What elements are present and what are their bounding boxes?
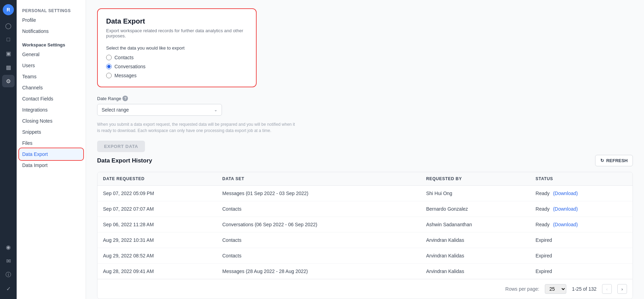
col-date-requested: DATE REQUESTED <box>97 172 217 186</box>
download-link[interactable]: (Download) <box>553 191 578 196</box>
cell-date: Aug 29, 2022 08:52 AM <box>97 248 217 264</box>
user-avatar[interactable]: R <box>3 4 14 15</box>
profile-icon[interactable]: ◉ <box>2 241 15 253</box>
cell-requested-by: Shi Hui Ong <box>421 186 530 201</box>
cell-dataset: Contacts <box>217 248 421 264</box>
history-section: Data Export History ↻ REFRESH DATE REQUE… <box>97 155 633 299</box>
download-link[interactable]: (Download) <box>553 206 578 212</box>
date-range-dropdown[interactable]: Select range ⌄ <box>97 104 222 116</box>
refresh-label: REFRESH <box>606 158 628 163</box>
cell-status: Expired <box>530 248 633 264</box>
text-sidebar: Personal Settings Profile Notifications … <box>17 0 86 299</box>
main-content: Data Export Export workspace related rec… <box>86 0 644 299</box>
sidebar-item-teams[interactable]: Teams <box>17 71 86 82</box>
cell-dataset: Conversations (06 Sep 2022 - 06 Sep 2022… <box>217 217 421 232</box>
history-header: Data Export History ↻ REFRESH <box>97 155 633 166</box>
radio-conversations-input[interactable] <box>106 64 112 69</box>
personal-settings-title: Personal Settings <box>17 6 86 15</box>
cell-date: Sep 07, 2022 07:07 AM <box>97 201 217 217</box>
status-ready: Ready <box>535 206 551 212</box>
sidebar-item-general[interactable]: General <box>17 49 86 60</box>
cell-requested-by: Arvindran Kalidas <box>421 264 530 279</box>
history-table-wrapper: DATE REQUESTED DATA SET REQUESTED BY STA… <box>97 172 633 299</box>
date-range-placeholder: Select range <box>102 107 129 113</box>
workspace-settings-title: Workspace Settings <box>17 37 86 49</box>
sidebar-item-closing-notes[interactable]: Closing Notes <box>17 115 86 126</box>
sidebar-item-contact-fields[interactable]: Contact Fields <box>17 93 86 104</box>
sidebar-item-users[interactable]: Users <box>17 60 86 71</box>
table-row: Aug 28, 2022 09:41 AMMessages (28 Aug 20… <box>97 264 633 279</box>
radio-conversations-label: Conversations <box>114 64 146 69</box>
radio-messages[interactable]: Messages <box>106 73 248 78</box>
rows-per-page-select[interactable]: 102550100 <box>545 284 566 294</box>
notifications-bell-icon[interactable]: ✉ <box>2 255 15 267</box>
radio-contacts[interactable]: Contacts <box>106 55 248 60</box>
sidebar-item-profile[interactable]: Profile <box>17 15 86 26</box>
sidebar-item-notifications[interactable]: Notifications <box>17 26 86 37</box>
sidebar-item-data-export[interactable]: Data Export <box>19 149 83 160</box>
export-card: Data Export Export workspace related rec… <box>97 8 257 87</box>
sidebar-item-data-import[interactable]: Data Import <box>17 160 86 171</box>
date-range-label: Date Range ? <box>97 96 633 101</box>
sidebar-item-files[interactable]: Files <box>17 138 86 149</box>
col-status: STATUS <box>530 172 633 186</box>
contacts-icon[interactable]: ▣ <box>2 47 15 60</box>
date-range-help-icon[interactable]: ? <box>122 96 128 101</box>
cell-date: Sep 07, 2022 05:09 PM <box>97 186 217 201</box>
cell-status: Expired <box>530 264 633 279</box>
table-header: DATE REQUESTED DATA SET REQUESTED BY STA… <box>97 172 633 186</box>
help-icon[interactable]: ⓘ <box>2 269 15 281</box>
sidebar-item-integrations[interactable]: Integrations <box>17 104 86 115</box>
status-ready: Ready <box>535 222 551 227</box>
table-body: Sep 07, 2022 05:09 PMMessages (01 Sep 20… <box>97 186 633 279</box>
table-row: Sep 07, 2022 07:07 AMContactsBernardo Go… <box>97 201 633 217</box>
conversations-icon[interactable]: ◯ <box>2 19 15 32</box>
cell-date: Aug 28, 2022 09:41 AM <box>97 264 217 279</box>
export-title: Data Export <box>106 17 248 25</box>
refresh-icon: ↻ <box>600 158 604 163</box>
cell-dataset: Contacts <box>217 232 421 248</box>
date-range-section: Date Range ? Select range ⌄ <box>97 96 633 116</box>
radio-conversations[interactable]: Conversations <box>106 64 248 69</box>
history-table: DATE REQUESTED DATA SET REQUESTED BY STA… <box>97 172 633 279</box>
info-text: When you submit a data export request, t… <box>97 121 298 134</box>
pagination: Rows per page: 102550100 1-25 of 132 ‹ › <box>97 279 633 299</box>
radio-group: Contacts Conversations Messages <box>106 55 248 78</box>
col-requested-by: REQUESTED BY <box>421 172 530 186</box>
radio-contacts-input[interactable] <box>106 55 112 60</box>
icon-sidebar: R ◯ □ ▣ ▩ ⚙ ◉ ✉ ⓘ ✓ <box>0 0 17 299</box>
table-row: Aug 29, 2022 10:31 AMContactsArvindran K… <box>97 232 633 248</box>
cell-status: Expired <box>530 232 633 248</box>
export-data-button[interactable]: EXPORT DATA <box>97 141 145 152</box>
sidebar-item-channels[interactable]: Channels <box>17 82 86 93</box>
cell-date: Aug 29, 2022 10:31 AM <box>97 232 217 248</box>
cell-dataset: Messages (28 Aug 2022 - 28 Aug 2022) <box>217 264 421 279</box>
history-title: Data Export History <box>97 157 152 164</box>
select-data-label: Select the data you would like to export <box>106 45 248 51</box>
prev-page-button[interactable]: ‹ <box>602 284 612 294</box>
cell-status: Ready (Download) <box>530 201 633 217</box>
settings-icon[interactable]: ⚙ <box>2 75 15 87</box>
rows-per-page-label: Rows per page: <box>505 286 539 292</box>
radio-messages-label: Messages <box>114 73 137 78</box>
table-row: Sep 06, 2022 11:28 AMConversations (06 S… <box>97 217 633 232</box>
cell-dataset: Messages (01 Sep 2022 - 03 Sep 2022) <box>217 186 421 201</box>
radio-contacts-label: Contacts <box>114 55 134 60</box>
reports-icon[interactable]: ▩ <box>2 61 15 73</box>
table-row: Sep 07, 2022 05:09 PMMessages (01 Sep 20… <box>97 186 633 201</box>
check-icon[interactable]: ✓ <box>2 282 15 295</box>
next-page-button[interactable]: › <box>617 284 627 294</box>
cell-status: Ready (Download) <box>530 186 633 201</box>
table-row: Aug 29, 2022 08:52 AMContactsArvindran K… <box>97 248 633 264</box>
cell-requested-by: Bernardo Gonzalez <box>421 201 530 217</box>
cell-status: Ready (Download) <box>530 217 633 232</box>
radio-messages-input[interactable] <box>106 73 112 78</box>
status-ready: Ready <box>535 191 551 196</box>
sidebar-item-snippets[interactable]: Snippets <box>17 126 86 138</box>
chat-icon[interactable]: □ <box>2 33 15 46</box>
cell-date: Sep 06, 2022 11:28 AM <box>97 217 217 232</box>
refresh-button[interactable]: ↻ REFRESH <box>595 155 633 166</box>
page-info: 1-25 of 132 <box>572 286 596 292</box>
col-data-set: DATA SET <box>217 172 421 186</box>
download-link[interactable]: (Download) <box>553 222 578 227</box>
